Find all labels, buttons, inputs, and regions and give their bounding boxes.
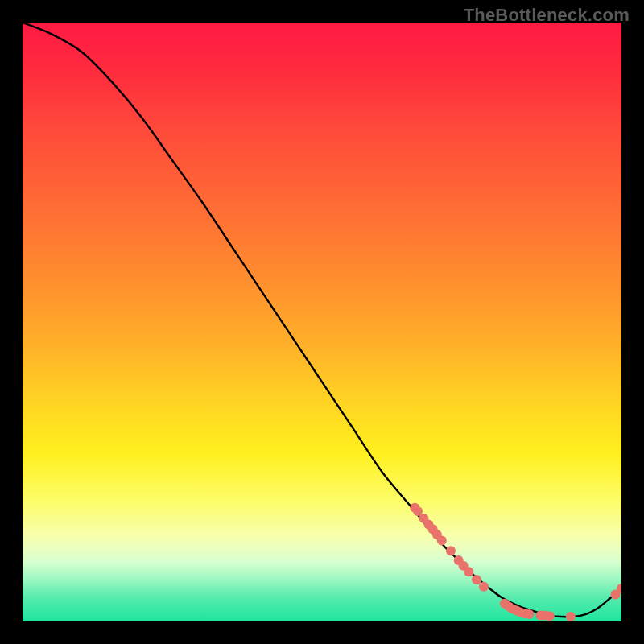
- data-marker: [524, 609, 534, 619]
- curve-line: [23, 23, 621, 617]
- data-marker: [446, 546, 456, 555]
- data-marker: [566, 612, 576, 621]
- data-marker: [437, 536, 447, 546]
- chart-container: TheBottleneck.com: [0, 0, 644, 644]
- data-marker: [479, 582, 489, 592]
- data-marker: [472, 575, 481, 584]
- chart-svg: [23, 23, 621, 621]
- data-marker: [545, 611, 555, 621]
- plot-area: [23, 23, 621, 621]
- marker-group: [410, 503, 621, 621]
- data-marker: [464, 567, 473, 576]
